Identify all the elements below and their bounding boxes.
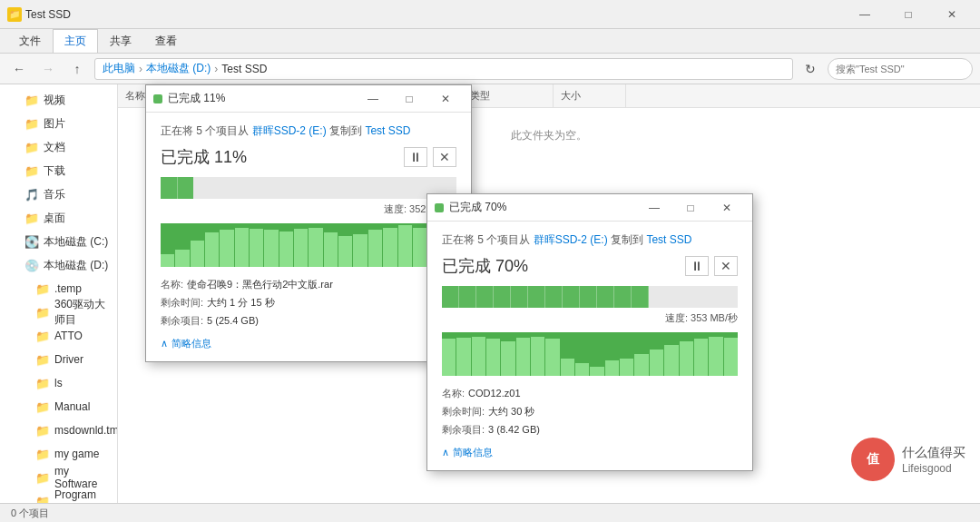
dialog1-time: 大约 1 分 15 秒 (207, 294, 275, 312)
ribbon: 文件 主页 共享 查看 (0, 29, 980, 54)
dialog1-controls: — □ ✕ (355, 86, 464, 112)
title-controls: — □ ✕ (844, 0, 973, 29)
folder-icon: 📁 (36, 424, 49, 437)
dialog1-source-drive: 群晖SSD-2 (E:) (252, 124, 327, 137)
folder-icon: 📁 (36, 330, 49, 342)
dialog2-stop[interactable]: ✕ (714, 256, 738, 276)
tab-file[interactable]: 文件 (7, 29, 53, 53)
dialog2-progress-title: 已完成 70% ⏸ ✕ (442, 255, 738, 277)
dialog1-minimize[interactable]: — (355, 86, 391, 112)
dialog2-source-drive: 群晖SSD-2 (E:) (534, 233, 608, 246)
minimize-button[interactable]: — (844, 0, 886, 29)
dialog2-maximize[interactable]: □ (672, 195, 709, 221)
dialog1-maximize[interactable]: □ (391, 86, 427, 112)
forward-button[interactable]: → (36, 57, 60, 81)
sidebar-item-msdownld[interactable]: 📁 msdownld.tm (0, 419, 117, 442)
sidebar-item-drive-c[interactable]: 💽 本地磁盘 (C:) (0, 230, 117, 253)
sidebar-item-drive-d[interactable]: 💿 本地磁盘 (D:) (0, 253, 117, 277)
folder-icon: 📁 (36, 448, 49, 460)
maximize-button[interactable]: □ (887, 0, 929, 29)
dialog2-title-bar: 已完成 70% — □ ✕ (427, 194, 752, 222)
copy-dialog-2[interactable]: 已完成 70% — □ ✕ 正在将 5 个项目从 群晖SSD-2 (E:) 复制… (426, 193, 753, 471)
dialog2-body: 正在将 5 个项目从 群晖SSD-2 (E:) 复制到 Test SSD 已完成… (427, 222, 752, 470)
dialog2-speed: 速度: 353 MB/秒 (442, 311, 738, 325)
dialog2-close[interactable]: ✕ (709, 195, 745, 221)
folder-icon: 📁 (36, 377, 49, 389)
main-area: 📁 视频 📁 图片 📁 文档 📁 下载 🎵 音乐 📁 桌面 💽 本地磁盘 (C:… (0, 84, 980, 503)
sidebar-item-downloads[interactable]: 📁 下载 (0, 159, 117, 182)
folder-icon: 📁 (36, 353, 49, 366)
close-button[interactable]: ✕ (931, 0, 973, 29)
dialog2-summary[interactable]: ∧ 简略信息 (442, 446, 738, 459)
search-input[interactable] (836, 64, 950, 74)
sidebar-item-pictures[interactable]: 📁 图片 (0, 112, 117, 135)
dialog1-progress-controls: ⏸ ✕ (404, 147, 456, 167)
dialog2-time: 大约 30 秒 (488, 403, 534, 421)
dialog1-progress-title: 已完成 11% ⏸ ✕ (161, 146, 456, 168)
col-header-size[interactable]: 大小 (554, 84, 626, 107)
dialog2-progress-bar (442, 286, 738, 308)
path-segment-drive[interactable]: 本地磁盘 (D:) (146, 61, 211, 76)
app-icon: 📁 (7, 7, 22, 22)
search-box[interactable] (828, 58, 973, 80)
dialog1-indicator (153, 94, 162, 103)
dialog2-minimize[interactable]: — (636, 195, 672, 221)
dialog1-progress-bar (161, 177, 456, 199)
copy-dialog-1[interactable]: 已完成 11% — □ ✕ 正在将 5 个项目从 群晖SSD-2 (E:) 复制… (145, 84, 472, 362)
folder-icon: 📁 (25, 117, 38, 130)
dialog2-controls: — □ ✕ (636, 195, 745, 221)
sidebar-item-desktop[interactable]: 📁 桌面 (0, 206, 117, 230)
dialog1-speed: 速度: 352 MB/秒 (161, 202, 456, 216)
folder-icon: 📁 (25, 212, 38, 224)
dialog2-filename: COD12.z01 (468, 385, 520, 403)
sidebar-item-driver[interactable]: 📁 Driver (0, 348, 117, 371)
watermark: 值 什么值得买 Lifeisgood (851, 438, 965, 481)
dialog2-items: 3 (8.42 GB) (488, 421, 540, 439)
dialog2-graph-bars (442, 332, 738, 376)
back-button[interactable]: ← (7, 57, 31, 81)
sidebar-item-video[interactable]: 📁 视频 (0, 88, 117, 112)
folder-icon: 📁 (36, 400, 49, 413)
sidebar-item-manual[interactable]: 📁 Manual (0, 395, 117, 419)
folder-icon: 📁 (36, 306, 49, 319)
sidebar-item-music[interactable]: 🎵 音乐 (0, 182, 117, 206)
path-segment-pc[interactable]: 此电脑 (103, 61, 135, 76)
dialog2-source: 正在将 5 个项目从 群晖SSD-2 (E:) 复制到 Test SSD (442, 232, 738, 248)
tab-share[interactable]: 共享 (98, 29, 143, 53)
dialog1-info: 名称: 使命召唤9：黑色行动2中文版.rar 剩余时间: 大约 1 分 15 秒… (161, 276, 456, 330)
dialog1-stop[interactable]: ✕ (433, 147, 456, 167)
col-header-type[interactable]: 类型 (463, 84, 554, 107)
dialog1-body: 正在将 5 个项目从 群晖SSD-2 (E:) 复制到 Test SSD 已完成… (146, 113, 471, 361)
up-button[interactable]: ↑ (65, 57, 89, 81)
dialog1-filename: 使命召唤9：黑色行动2中文版.rar (187, 276, 333, 294)
dialog2-graph (442, 332, 738, 376)
sidebar-item-mygame[interactable]: 📁 my game (0, 442, 117, 466)
sidebar-item-360[interactable]: 📁 360驱动大师目 (0, 300, 117, 324)
tab-home[interactable]: 主页 (53, 29, 98, 53)
folder-icon: 📁 (36, 471, 49, 484)
status-bar: 0 个项目 (0, 503, 980, 522)
sidebar-item-programfiles1[interactable]: 📁 Program Files (0, 489, 117, 503)
dialog2-title: 已完成 70% (449, 200, 506, 215)
refresh-button[interactable]: ↻ (799, 57, 822, 81)
sidebar: 📁 视频 📁 图片 📁 文档 📁 下载 🎵 音乐 📁 桌面 💽 本地磁盘 (C:… (0, 84, 118, 503)
dialog2-dest: Test SSD (646, 233, 691, 246)
sidebar-item-documents[interactable]: 📁 文档 (0, 135, 117, 159)
drive-icon: 💽 (25, 235, 38, 248)
sidebar-item-mysoftware[interactable]: 📁 my Software (0, 466, 117, 489)
tab-view[interactable]: 查看 (143, 29, 189, 53)
dialog1-pause[interactable]: ⏸ (404, 147, 427, 167)
dialog1-summary[interactable]: ∧ 简略信息 (161, 337, 456, 350)
dialog2-info: 名称: COD12.z01 剩余时间: 大约 30 秒 剩余项目: 3 (8.4… (442, 385, 738, 438)
dialog1-dest: Test SSD (365, 124, 410, 137)
folder-icon: 📁 (25, 141, 38, 153)
file-list: 名称 修改日期 类型 大小 此文件夹为空。 已完成 11% — □ ✕ (118, 84, 980, 503)
sidebar-item-ls[interactable]: 📁 ls (0, 371, 117, 395)
watermark-line2: Lifeisgood (902, 462, 965, 475)
address-path[interactable]: 此电脑 › 本地磁盘 (D:) › Test SSD (94, 58, 793, 80)
dialog1-close[interactable]: ✕ (427, 86, 464, 112)
folder-icon: 📁 (36, 282, 49, 295)
dialog1-title-bar: 已完成 11% — □ ✕ (146, 85, 471, 113)
dialog2-pause[interactable]: ⏸ (685, 256, 709, 276)
dialog1-graph (161, 223, 456, 267)
